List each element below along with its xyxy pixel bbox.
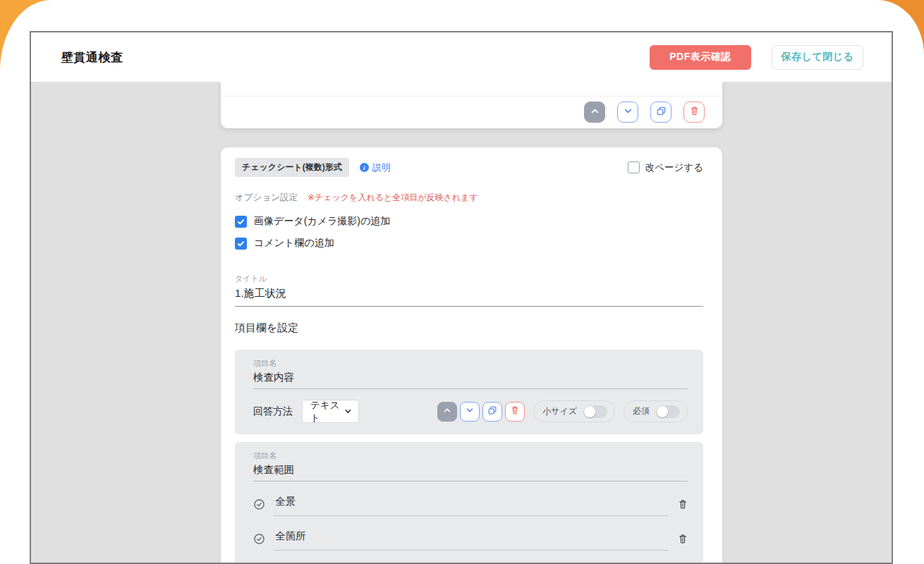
small-size-toggle[interactable]: 小サイズ: [533, 400, 615, 422]
answer-method-select[interactable]: テキスト: [302, 400, 359, 423]
item-toolbar: [437, 402, 525, 422]
item-name-label: 項目名: [253, 450, 688, 461]
choice-delete-button[interactable]: [678, 534, 688, 551]
page-title: 壁貫通検査: [61, 49, 123, 66]
pdf-preview-button[interactable]: PDF表示確認: [650, 45, 751, 70]
required-label: 必須: [633, 405, 650, 417]
chevron-up-icon: [442, 405, 452, 418]
choice-row: 全箇所: [253, 529, 688, 551]
move-down-button[interactable]: [617, 102, 638, 123]
item-move-up-button[interactable]: [437, 402, 457, 422]
check-circle-icon: [253, 498, 265, 516]
toggle-off-icon[interactable]: [656, 405, 680, 418]
toggle-knob: [657, 406, 668, 417]
item-name-input[interactable]: [253, 369, 688, 389]
checksheet-block-card: チェックシート(複数)形式 i 説明 改ページする オプション設定 ※チェックを…: [221, 147, 722, 564]
answer-method-label: 回答方法: [253, 405, 293, 418]
option-checkbox-row[interactable]: 画像データ(カメラ撮影)の追加: [235, 215, 703, 228]
options-header-row: オプション設定 ※チェックを入れると全項目が反映されます: [235, 192, 703, 204]
small-size-label: 小サイズ: [542, 405, 577, 417]
page-break-control[interactable]: 改ページする: [628, 161, 703, 174]
title-input[interactable]: [235, 284, 703, 307]
block-toolbar: [584, 102, 705, 123]
delete-button[interactable]: [683, 102, 705, 123]
info-icon: i: [360, 163, 369, 172]
chevron-up-icon: [590, 106, 600, 119]
save-close-button[interactable]: 保存して閉じる: [772, 45, 863, 70]
item-delete-button[interactable]: [505, 402, 525, 422]
chevron-down-icon: [344, 405, 352, 418]
choice-input[interactable]: 全箇所: [274, 529, 668, 551]
app-header: 壁貫通検査 PDF表示確認 保存して閉じる: [31, 32, 892, 82]
page-sheet: 壁貫通検査 PDF表示確認 保存して閉じる: [0, 0, 924, 564]
item-duplicate-button[interactable]: [482, 402, 502, 422]
header-actions: PDF表示確認 保存して閉じる: [650, 45, 863, 70]
divider: [221, 96, 722, 97]
choice-input[interactable]: 全景: [274, 495, 668, 516]
title-field-label: タイトル: [235, 274, 703, 284]
option-checkbox-row[interactable]: コメント欄の追加: [235, 237, 703, 250]
scroll-content[interactable]: チェックシート(複数)形式 i 説明 改ページする オプション設定 ※チェックを…: [31, 82, 892, 564]
chevron-down-icon: [623, 106, 633, 119]
checked-checkbox-icon[interactable]: [235, 216, 247, 228]
answer-method-row: 回答方法 テキスト 小サイズ: [253, 400, 688, 423]
app-window: 壁貫通検査 PDF表示確認 保存して閉じる: [30, 31, 893, 564]
copy-icon: [656, 106, 667, 119]
item-name-input[interactable]: [253, 461, 688, 482]
trash-icon: [678, 499, 688, 510]
block-type-row: チェックシート(複数)形式 i 説明 改ページする: [235, 158, 703, 177]
item-card-2: 項目名 全景 全箇所 1箇所: [235, 442, 703, 564]
chevron-down-icon: [465, 405, 475, 418]
title-field: タイトル: [235, 274, 703, 307]
item-card-1: 項目名 回答方法 テキスト: [235, 350, 703, 434]
duplicate-button[interactable]: [650, 102, 671, 123]
items-section-header: 項目欄を設定: [235, 321, 703, 335]
trash-icon: [510, 405, 520, 418]
page-break-label: 改ページする: [645, 161, 703, 174]
trash-icon: [678, 534, 688, 544]
description-link-label: 説明: [372, 161, 391, 174]
options-label: オプション設定: [235, 192, 298, 204]
options-note: ※チェックを入れると全項目が反映されます: [308, 192, 478, 204]
item-name-label: 項目名: [253, 358, 688, 369]
description-link[interactable]: i 説明: [360, 161, 391, 174]
choice-delete-button[interactable]: [678, 499, 688, 516]
choice-row: 全景: [253, 495, 688, 516]
page-break-checkbox[interactable]: [628, 161, 640, 173]
trash-icon: [689, 106, 700, 119]
move-up-button[interactable]: [584, 102, 605, 123]
checked-checkbox-icon[interactable]: [235, 238, 247, 250]
previous-block-card: [221, 82, 722, 128]
comment-option-label: コメント欄の追加: [254, 237, 334, 250]
camera-option-label: 画像データ(カメラ撮影)の追加: [254, 215, 390, 228]
block-type-badge: チェックシート(複数)形式: [235, 158, 349, 177]
item-move-down-button[interactable]: [460, 402, 480, 422]
check-circle-icon: [253, 533, 265, 551]
required-toggle[interactable]: 必須: [624, 400, 688, 422]
choice-list: 全景 全箇所 1箇所: [253, 495, 688, 564]
toggle-knob: [584, 406, 595, 417]
copy-icon: [487, 405, 497, 418]
answer-method-value: テキスト: [310, 399, 344, 424]
toggle-off-icon[interactable]: [583, 405, 607, 418]
